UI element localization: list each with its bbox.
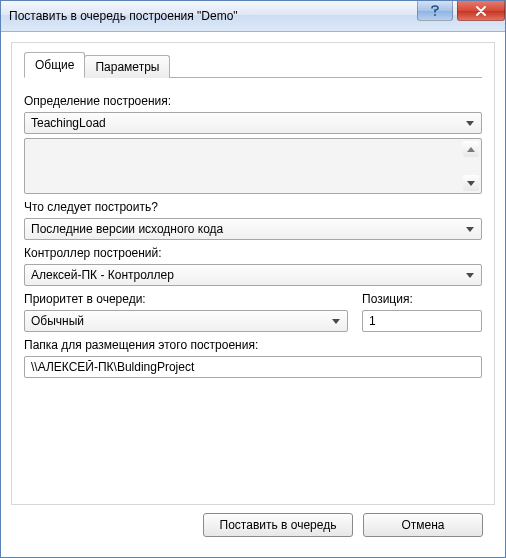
tabstrip: Общие Параметры <box>24 53 482 78</box>
chevron-down-icon <box>461 114 479 132</box>
tab-general[interactable]: Общие <box>24 52 85 78</box>
controller-select[interactable]: Алексей-ПК - Контроллер <box>24 264 482 286</box>
tab-parameters-label: Параметры <box>95 60 159 74</box>
priority-select[interactable]: Обычный <box>24 310 348 332</box>
folder-input[interactable] <box>24 356 482 378</box>
svg-point-0 <box>434 14 436 16</box>
what-to-build-value: Последние версии исходного кода <box>31 222 223 236</box>
cancel-button[interactable]: Отмена <box>363 513 483 537</box>
tab-general-label: Общие <box>35 58 74 72</box>
close-icon <box>475 6 487 16</box>
scroll-up-button[interactable] <box>463 141 479 157</box>
build-definition-details[interactable] <box>24 138 482 194</box>
chevron-down-icon <box>461 220 479 238</box>
build-definition-select[interactable]: TeachingLoad <box>24 112 482 134</box>
position-input[interactable] <box>362 310 482 332</box>
titlebar: Поставить в очередь построения "Demo" <box>1 1 505 32</box>
chevron-up-icon <box>467 147 475 152</box>
help-button[interactable] <box>417 1 453 21</box>
priority-label: Приоритет в очереди: <box>24 292 348 306</box>
chevron-down-icon <box>327 312 345 330</box>
dialog-footer: Поставить в очередь Отмена <box>11 505 495 545</box>
priority-value: Обычный <box>31 314 84 328</box>
client-area: Общие Параметры Определение построения: … <box>1 32 505 557</box>
controller-label: Контроллер построений: <box>24 246 482 260</box>
position-label: Позиция: <box>362 292 482 306</box>
cancel-button-label: Отмена <box>401 518 444 532</box>
content-frame: Общие Параметры Определение построения: … <box>11 42 495 505</box>
folder-label: Папка для размещения этого построения: <box>24 338 482 352</box>
queue-button-label: Поставить в очередь <box>220 518 337 532</box>
chevron-down-icon <box>461 266 479 284</box>
close-button[interactable] <box>457 1 505 21</box>
scroll-down-button[interactable] <box>463 175 479 191</box>
chevron-down-icon <box>467 181 475 186</box>
build-definition-value: TeachingLoad <box>31 116 106 130</box>
build-definition-label: Определение построения: <box>24 94 482 108</box>
what-to-build-label: Что следует построить? <box>24 200 482 214</box>
dialog-window: Поставить в очередь построения "Demo" Об… <box>0 0 506 558</box>
queue-button[interactable]: Поставить в очередь <box>203 513 353 537</box>
window-buttons <box>417 1 505 31</box>
help-icon <box>430 5 440 17</box>
what-to-build-select[interactable]: Последние версии исходного кода <box>24 218 482 240</box>
window-title: Поставить в очередь построения "Demo" <box>9 9 417 23</box>
tab-parameters[interactable]: Параметры <box>84 55 170 78</box>
controller-value: Алексей-ПК - Контроллер <box>31 268 174 282</box>
